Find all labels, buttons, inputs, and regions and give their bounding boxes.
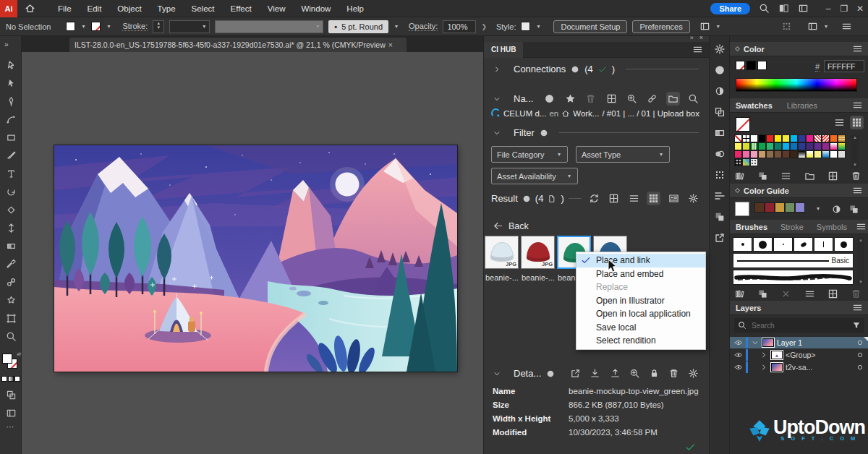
panel-appearance-icon[interactable] (714, 85, 726, 97)
brush-item[interactable] (773, 237, 793, 252)
brush-item[interactable] (733, 237, 752, 252)
toolbar-more-icon[interactable]: ⋯ (0, 422, 21, 432)
menu-item-place-and-embed[interactable]: Place and embed (576, 267, 705, 281)
style-chevron-icon[interactable]: ▾ (535, 23, 541, 30)
brush-chevron-icon[interactable]: ▾ (393, 23, 399, 30)
swatch[interactable] (774, 150, 782, 158)
connections-expand-icon[interactable] (493, 65, 501, 74)
asset-type-select[interactable]: Asset Type▾ (576, 146, 670, 163)
panel-arrange-icon[interactable] (714, 211, 726, 223)
color-guide-menu-icon[interactable] (852, 185, 863, 196)
color-guide-swatch[interactable] (795, 202, 805, 213)
swatch[interactable] (830, 142, 838, 150)
opacity-arrow-icon[interactable]: ❯ (481, 23, 487, 30)
layer-target-icon[interactable] (856, 363, 864, 372)
style-swatch[interactable] (521, 22, 530, 31)
color-guide-header[interactable]: Color Guide (730, 184, 868, 198)
folder-icon[interactable] (804, 171, 815, 181)
zoom-plus-icon[interactable] (629, 368, 640, 379)
rectangle-tool-icon[interactable] (0, 129, 22, 147)
menu-edit[interactable]: Edit (80, 4, 110, 13)
star-icon[interactable] (565, 93, 576, 104)
arrange-documents-icon[interactable] (699, 21, 710, 32)
swatch[interactable] (782, 134, 790, 142)
current-fill-swatch[interactable] (736, 117, 750, 132)
layer-target-icon[interactable] (856, 351, 864, 359)
swatch[interactable] (742, 150, 750, 158)
swatch[interactable] (830, 134, 838, 142)
draw-mode-icon[interactable] (0, 386, 22, 404)
swatch[interactable] (814, 150, 822, 158)
tab-stroke[interactable]: Stroke (780, 223, 804, 231)
swatch[interactable] (838, 142, 846, 150)
menu-item-select-rendition[interactable]: Select rendition (576, 334, 705, 348)
list-view-icon[interactable] (780, 171, 791, 181)
opacity-label[interactable]: Opacity: (409, 22, 438, 31)
touch-workspace-icon[interactable] (781, 21, 792, 32)
shaper-tool-icon[interactable] (0, 201, 22, 219)
fill-swatch[interactable] (66, 22, 75, 31)
stroke-weight-select[interactable]: ▾ (169, 20, 210, 33)
layer-thumbnail[interactable] (771, 363, 783, 372)
breadcrumb-path[interactable]: Work... (573, 109, 599, 118)
swatch[interactable] (742, 134, 750, 142)
external-icon[interactable] (570, 368, 581, 379)
home-icon[interactable] (25, 3, 35, 14)
nav-expand-icon[interactable] (493, 95, 501, 103)
breadcrumb-connection[interactable]: CELUM d... (503, 109, 546, 118)
color-guide-swatch[interactable] (785, 202, 795, 213)
swatch[interactable] (814, 134, 822, 142)
download-icon[interactable] (590, 368, 600, 379)
back-label[interactable]: Back (509, 221, 529, 231)
illustrator-logo[interactable]: Ai (0, 0, 17, 17)
menu-window[interactable]: Window (293, 4, 339, 13)
layer-row[interactable]: t2v-sa... (730, 361, 868, 373)
swatch-grid-view-icon[interactable] (851, 117, 862, 128)
swatches-scrollbar[interactable]: ▲▼ (851, 134, 859, 168)
grid-plus-icon[interactable] (827, 288, 838, 299)
tab-swatches[interactable]: Swatches (736, 101, 773, 110)
artboard-tool-icon[interactable] (0, 309, 22, 327)
brush-item[interactable] (814, 237, 833, 252)
stroke-chevron-icon[interactable]: ▾ (106, 23, 111, 30)
swatch[interactable] (734, 158, 742, 166)
limit-colors-icon[interactable] (831, 204, 842, 215)
swatch[interactable] (790, 142, 798, 150)
panel-arrange-icon[interactable] (757, 171, 768, 181)
visibility-eye-icon[interactable] (734, 351, 743, 359)
menu-item-place-and-link[interactable]: Place and link (576, 254, 705, 267)
filter-label[interactable]: Filter (514, 127, 535, 138)
color-panel-header[interactable]: Color (730, 42, 868, 56)
panel-info-icon[interactable] (714, 64, 726, 76)
curvature-tool-icon[interactable] (0, 111, 22, 129)
toolbar-collapse-button[interactable]: » (0, 36, 21, 52)
search-icon[interactable] (759, 3, 770, 14)
document-setup-button[interactable]: Document Setup (553, 20, 627, 33)
menu-item-save-local[interactable]: Save local (576, 321, 705, 335)
swatch[interactable] (782, 150, 790, 158)
hamburger-icon[interactable] (804, 288, 815, 299)
swatch[interactable] (822, 150, 830, 158)
layer-name[interactable]: Layer 1 (777, 338, 853, 347)
zoom-tool-icon[interactable] (0, 327, 22, 346)
swatch[interactable] (766, 142, 774, 150)
menu-object[interactable]: Object (109, 4, 149, 13)
swatch[interactable] (798, 150, 806, 158)
swap-fill-stroke-icon[interactable]: ⇄ (17, 351, 21, 357)
menu-file[interactable]: File (50, 4, 80, 13)
filter-funnel-icon[interactable] (852, 321, 861, 330)
brush-charcoal[interactable] (733, 270, 854, 285)
black-swatch[interactable] (746, 61, 756, 70)
swatch[interactable] (758, 134, 766, 142)
search-icon[interactable] (688, 93, 699, 104)
minimize-button[interactable]: – (820, 4, 836, 14)
asset-thumbnail[interactable]: JPG (521, 236, 555, 269)
swatch[interactable] (766, 134, 774, 142)
edit-colors-icon[interactable] (848, 204, 859, 215)
layer-thumbnail[interactable] (762, 338, 774, 347)
swatch[interactable] (750, 142, 758, 150)
panel-menu-icon[interactable] (841, 21, 852, 32)
swatch[interactable] (806, 142, 814, 150)
details-label[interactable]: Deta... (514, 368, 541, 379)
swatch-list-view-icon[interactable] (834, 117, 845, 128)
